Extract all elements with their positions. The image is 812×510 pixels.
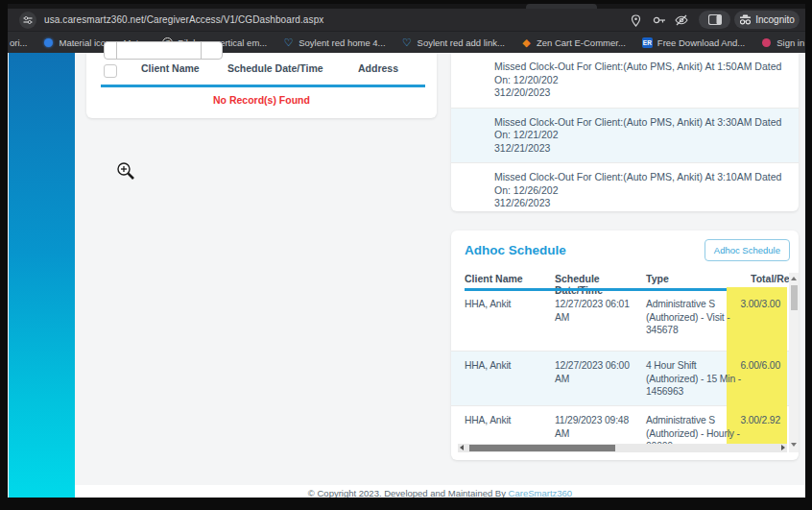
heart-favicon: ♡ — [402, 37, 413, 48]
notification-text: 312/21/2023 — [494, 142, 785, 156]
copyright-text: © Copyright 2023. Developed and Maintain… — [308, 488, 506, 498]
notification-item[interactable]: Missed Clock-Out For Client:(Auto PMS, A… — [451, 162, 799, 211]
side-panel-icon — [708, 14, 722, 25]
heart-favicon: ♡ — [283, 37, 294, 48]
material-icons-favicon — [43, 37, 54, 48]
header-underline — [101, 85, 425, 87]
bookmark-label: Sign in to your Acco... — [776, 37, 805, 48]
bookmark-item[interactable]: ER Free Download And... — [642, 37, 745, 48]
browser-window: usa.caresmartz360.net/CaregiverAccess/V1… — [8, 4, 805, 498]
incognito-label: Incognito — [755, 14, 795, 25]
scroll-left-icon[interactable] — [460, 445, 464, 450]
notification-text: 312/20/2023 — [494, 86, 785, 100]
vertical-scrollbar[interactable] — [789, 273, 799, 452]
notification-text: Missed Clock-Out For Client:(Auto PMS, A… — [494, 171, 785, 197]
bookmark-label: Zen Cart E-Commer... — [537, 37, 626, 48]
bookmark-item[interactable]: ♡ Soylent red home 4... — [283, 37, 385, 48]
cell-total: 3.00/2.92 — [727, 414, 784, 427]
bookmark-item[interactable]: Sign in to your Acco... — [761, 37, 805, 48]
column-header: Schedule Date/Time — [227, 62, 323, 74]
column-header: Total/Remai — [751, 273, 789, 284]
bookmark-label: Free Download And... — [657, 37, 745, 48]
adhoc-schedule-title: Adhoc Schedule — [465, 243, 566, 257]
left-nav-sidebar[interactable] — [9, 53, 75, 498]
table-header-row: Client Name Schedule Date/Time Address — [86, 62, 437, 82]
tune-icon — [23, 15, 33, 25]
cell-datetime: 12/27/2023 06:00 AM — [555, 359, 644, 385]
adhoc-header-row: Client Name Schedule Date/Time Type Tota… — [451, 273, 789, 286]
bookmark-item[interactable]: ♡ Soylent red add link... — [402, 37, 505, 48]
scroll-right-icon[interactable] — [781, 445, 785, 450]
notification-text: Missed Clock-Out For Client:(Auto PMS, A… — [494, 61, 785, 86]
cell-client: HHA, Ankit — [465, 414, 551, 427]
column-header: Type — [646, 273, 725, 284]
url-text[interactable]: usa.caresmartz360.net/CaregiverAccess/V1… — [44, 13, 323, 27]
scroll-down-icon[interactable] — [791, 443, 797, 447]
partial-control[interactable] — [104, 41, 223, 60]
horizontal-scrollbar[interactable] — [458, 444, 787, 452]
caresmartz-link[interactable]: CareSmartz360 — [509, 488, 573, 498]
adhoc-schedule-card: Adhoc Schedule Adhoc Schedule Client Nam… — [451, 231, 799, 460]
eye-hidden-icon[interactable] — [674, 12, 689, 28]
zen-cart-favicon: ◆ — [521, 37, 532, 48]
schedule-empty-card: Client Name Schedule Date/Time Address N… — [86, 53, 437, 118]
adhoc-table-body: HHA, Ankit 12/27/2023 06:01 AM Administr… — [451, 290, 789, 444]
page-footer: © Copyright 2023. Developed and Maintain… — [75, 485, 805, 498]
side-panel-pill[interactable] — [699, 11, 730, 29]
cell-total: 6.00/6.00 — [727, 359, 784, 373]
bookmark-item[interactable]: ◆ Zen Cart E-Commer... — [521, 37, 626, 48]
notification-item[interactable]: Missed Clock-Out For Client:(Auto PMS, A… — [451, 53, 799, 108]
horizontal-scroll-thumb[interactable] — [469, 445, 615, 451]
table-row[interactable]: HHA, Ankit 12/27/2023 06:00 AM 4 Hour Sh… — [451, 351, 789, 405]
location-icon[interactable] — [628, 12, 643, 28]
password-key-icon[interactable] — [652, 12, 667, 28]
er-favicon: ER — [642, 37, 653, 48]
bookmark-label: Soylent red add link... — [418, 37, 505, 48]
column-header: Client Name — [465, 273, 551, 284]
bookmark-item[interactable]: ori... — [10, 37, 27, 48]
incognito-icon — [739, 14, 752, 25]
bookmark-label: Soylent red home 4... — [299, 37, 385, 48]
scroll-up-icon[interactable] — [791, 277, 797, 280]
column-header: Client Name — [141, 62, 200, 74]
url-bar: usa.caresmartz360.net/CaregiverAccess/V1… — [8, 9, 805, 31]
zoom-cursor-icon — [116, 161, 137, 182]
bookmark-label: ori... — [10, 37, 27, 48]
empty-message: No Record(s) Found — [86, 94, 437, 106]
incognito-badge: Incognito — [734, 11, 800, 29]
cell-total: 3.00/3.00 — [727, 298, 784, 311]
site-info-button[interactable] — [19, 12, 36, 29]
notification-item[interactable]: Missed Clock-Out For Client:(Auto PMS, A… — [451, 108, 799, 163]
cell-client: HHA, Ankit — [465, 298, 551, 311]
adhoc-schedule-button[interactable]: Adhoc Schedule — [705, 239, 790, 261]
missed-clockout-list: 0/2023 Missed Clock-Out For Client:(Auto… — [451, 53, 799, 211]
pink-circle-favicon — [761, 37, 772, 48]
select-all-checkbox[interactable] — [104, 64, 117, 78]
vertical-scroll-thumb[interactable] — [791, 285, 798, 310]
cell-datetime: 12/27/2023 06:01 AM — [555, 298, 644, 324]
column-header: Address — [358, 62, 398, 74]
notification-text: Missed Clock-Out For Client:(Auto PMS, A… — [494, 116, 785, 142]
cell-datetime: 11/29/2023 09:48 AM — [555, 414, 644, 440]
notification-text: 312/26/2023 — [494, 197, 785, 210]
cell-client: HHA, Ankit — [465, 359, 551, 373]
